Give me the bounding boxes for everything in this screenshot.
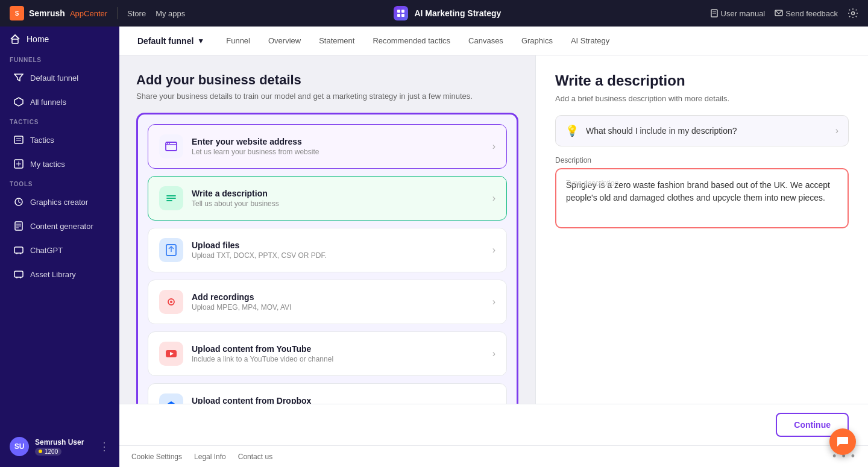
sub-nav: Default funnel ▼ Funnel Overview Stateme… (119, 27, 868, 55)
graphics-creator-icon (13, 196, 24, 207)
content-area: Default funnel ▼ Funnel Overview Stateme… (119, 27, 868, 467)
legal-info-link[interactable]: Legal Info (194, 453, 226, 461)
content-generator-label: Content generator (30, 222, 93, 231)
tools-section-label: TOOLS (0, 176, 119, 190)
sidebar-item-all-funnels[interactable]: All funnels (4, 90, 116, 113)
chevron-right-icon5: › (492, 348, 495, 359)
tactics-label: Tactics (30, 136, 54, 145)
chevron-right-icon2: › (492, 193, 495, 204)
contact-us-link[interactable]: Contact us (238, 453, 272, 461)
right-panel-title: Write a description (555, 72, 849, 89)
funnel-name: Default funnel (137, 36, 193, 46)
right-panel: Write a description Add a brief business… (535, 55, 868, 404)
asset-library-icon (13, 269, 24, 280)
top-nav: S Semrush AppCenter Store My apps AI Mar… (0, 0, 868, 27)
accordion-chevron-icon: › (835, 125, 838, 136)
accordion-what-to-include[interactable]: 💡 What should I include in my descriptio… (555, 115, 849, 146)
more-options-button[interactable]: ⋮ (99, 440, 110, 453)
chatgpt-icon (13, 245, 24, 255)
svg-rect-23 (14, 271, 23, 277)
funnels-section-label: FUNNELS (0, 52, 119, 66)
dropbox-card-text: Upload content from Dropbox Add any type… (192, 396, 484, 404)
tab-overview[interactable]: Overview (260, 33, 309, 49)
chevron-down-icon: ▼ (197, 37, 204, 45)
feedback-icon (775, 9, 783, 17)
sidebar-home[interactable]: Home (0, 27, 119, 52)
user-credits: 1200 (35, 448, 61, 456)
sidebar-item-graphics-creator[interactable]: Graphics creator (4, 190, 116, 213)
bottom-bar: Continue (119, 404, 868, 445)
settings-icon[interactable] (848, 8, 858, 19)
youtube-card-text: Upload content from YouTube Include a li… (192, 344, 484, 363)
my-tactics-label: My tactics (30, 160, 65, 169)
svg-point-27 (169, 143, 170, 144)
recordings-card-text: Add recordings Upload MPEG, MP4, MOV, AV… (192, 292, 484, 312)
nav-right-actions: User manual Send feedback (710, 8, 858, 19)
card-upload-files[interactable]: Upload files Upload TXT, DOCX, PPTX, CSV… (148, 228, 507, 272)
youtube-icon (159, 342, 183, 366)
card-dropbox[interactable]: Upload content from Dropbox Add any type… (148, 383, 507, 404)
description-card-text: Write a description Tell us about your b… (192, 189, 484, 208)
sidebar-item-asset-library[interactable]: Asset Library (4, 263, 116, 286)
app-title-area: AI Marketing Strategy (195, 6, 700, 20)
page-title: Add your business details (136, 72, 518, 88)
home-label: Home (27, 34, 49, 44)
sidebar-footer: SU Semrush User 1200 ⋮ (0, 431, 119, 462)
myapps-link[interactable]: My apps (156, 9, 185, 18)
brand-name: Semrush (29, 8, 65, 18)
tab-funnel[interactable]: Funnel (218, 33, 259, 49)
description-placeholder: Type description (566, 179, 618, 187)
main-content: Add your business details Share your bus… (119, 55, 868, 404)
tab-ai-strategy[interactable]: AI Strategy (562, 33, 618, 49)
cookie-settings-link[interactable]: Cookie Settings (131, 453, 182, 461)
asset-library-label: Asset Library (30, 270, 76, 279)
card-youtube[interactable]: Upload content from YouTube Include a li… (148, 331, 507, 376)
upload-files-card-desc: Upload TXT, DOCX, PPTX, CSV OR PDF. (192, 251, 484, 260)
page-subtitle: Share your business details to train our… (136, 92, 518, 101)
sidebar-item-content-generator[interactable]: Content generator (4, 215, 116, 237)
page-footer: Cookie Settings Legal Info Contact us • … (119, 445, 868, 467)
credits-icon (39, 450, 42, 453)
sidebar-item-tactics[interactable]: Tactics (4, 128, 116, 151)
send-feedback-link[interactable]: Send feedback (775, 9, 838, 18)
svg-rect-22 (14, 247, 23, 253)
funnel-icon (13, 72, 24, 83)
nav-divider (117, 7, 118, 19)
sidebar-item-chatgpt[interactable]: ChatGPT (4, 239, 116, 262)
svg-point-31 (170, 301, 172, 303)
semrush-icon: S (10, 6, 24, 20)
book-icon (710, 9, 719, 17)
nav-links: Store My apps (127, 9, 185, 18)
sidebar-item-default-funnel[interactable]: Default funnel (4, 66, 116, 89)
credits-value: 1200 (45, 448, 58, 455)
left-panel: Add your business details Share your bus… (119, 55, 535, 404)
website-icon (159, 134, 183, 158)
tab-recommended-tactics[interactable]: Recommended tactics (364, 33, 459, 49)
tactics-section-label: TACTICS (0, 114, 119, 128)
recordings-card-desc: Upload MPEG, MP4, MOV, AVI (192, 303, 484, 312)
funnel-selector[interactable]: Default funnel ▼ (131, 33, 210, 49)
tab-canvases[interactable]: Canvases (460, 33, 512, 49)
svg-rect-11 (14, 136, 23, 143)
user-manual-link[interactable]: User manual (710, 9, 766, 18)
home-icon (10, 34, 20, 45)
svg-rect-2 (397, 14, 400, 17)
chat-bubble-button[interactable] (829, 428, 856, 455)
description-card-title: Write a description (192, 189, 484, 198)
sidebar: Home FUNNELS Default funnel All funnels … (0, 27, 119, 467)
tab-graphics[interactable]: Graphics (513, 33, 561, 49)
card-recordings[interactable]: Add recordings Upload MPEG, MP4, MOV, AV… (148, 280, 507, 324)
cards-container: Enter your website address Let us learn … (136, 113, 518, 404)
tab-statement[interactable]: Statement (310, 33, 363, 49)
upload-files-card-text: Upload files Upload TXT, DOCX, PPTX, CSV… (192, 240, 484, 260)
description-field-label: Description (555, 156, 849, 165)
card-description[interactable]: Write a description Tell us about your b… (148, 176, 507, 221)
card-website[interactable]: Enter your website address Let us learn … (148, 124, 507, 169)
chevron-right-icon: › (492, 141, 495, 152)
svg-rect-1 (401, 10, 404, 13)
description-icon (159, 186, 183, 210)
user-name: Semrush User (35, 438, 84, 447)
dropbox-card-title: Upload content from Dropbox (192, 396, 484, 404)
sidebar-item-my-tactics[interactable]: My tactics (4, 152, 116, 175)
store-link[interactable]: Store (127, 9, 146, 18)
